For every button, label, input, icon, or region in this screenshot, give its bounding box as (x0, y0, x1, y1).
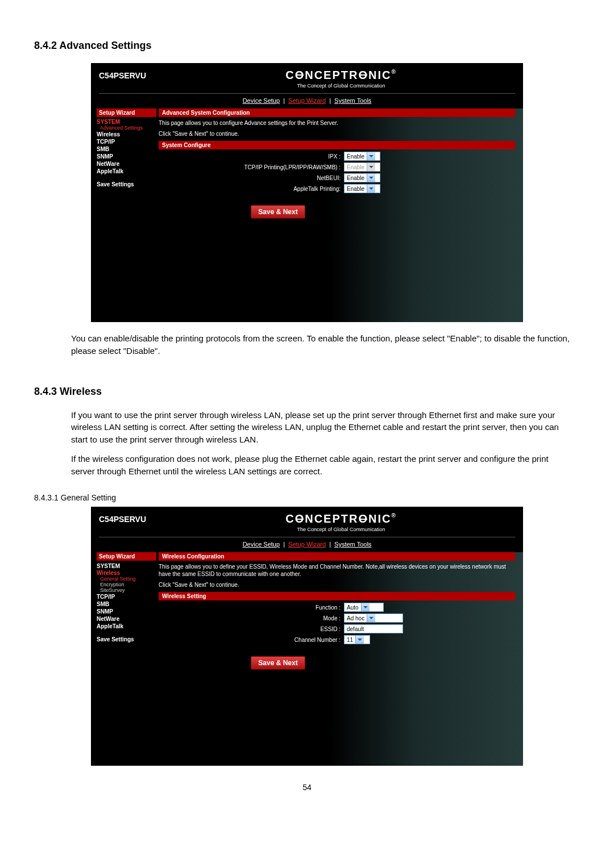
shot-header: C54PSERVU CONCEPTRONIC® The Concept of G… (91, 63, 523, 90)
shot-body: Setup Wizard SYSTEM Advanced Settings Wi… (91, 108, 523, 322)
sidebar-item-tcpip[interactable]: TCP/IP (97, 138, 156, 145)
label-tcpip-print: TCP/IP Printing(LPR/IPP/RAW/SMB) : (159, 164, 344, 170)
paragraph-advanced: You can enable/disable the printing prot… (34, 332, 580, 357)
sidebar-item-appletalk[interactable]: AppleTalk (97, 168, 156, 175)
tab-setup-wizard[interactable]: Setup Wizard (288, 97, 326, 104)
section-title-advanced: 8.4.2 Advanced Settings (34, 40, 580, 52)
row-channel: Channel Number : 11 (159, 635, 515, 644)
sidebar-sub-advanced[interactable]: Advanced Settings (97, 125, 156, 131)
paragraph-wireless-2: If the wireless configuration does not w… (34, 453, 580, 478)
panel-desc: This page allows you to define your ESSI… (159, 563, 515, 578)
button-row: Save & Next (159, 646, 397, 670)
sidebar-item-snmp[interactable]: SNMP (97, 153, 156, 160)
sidebar-sub-general[interactable]: General Setting (97, 576, 156, 582)
screenshot-wireless: C54PSERVU CONCEPTRONIC® The Concept of G… (91, 507, 523, 766)
panel-subtitle-bar: System Configure (159, 141, 515, 149)
chevron-down-icon (367, 152, 375, 160)
label-function: Function : (159, 604, 344, 611)
panel-subtitle-bar: Wireless Setting (159, 592, 515, 600)
sidebar-item-appletalk[interactable]: AppleTalk (97, 623, 156, 630)
page-number: 54 (34, 783, 580, 792)
select-ipx[interactable]: Enable (344, 152, 380, 161)
product-name: C54PSERVU (99, 512, 167, 524)
select-function[interactable]: Auto (344, 603, 384, 612)
tab-system-tools[interactable]: System Tools (334, 541, 371, 548)
sidebar-item-system[interactable]: SYSTEM (97, 119, 156, 125)
sidebar: Setup Wizard SYSTEM Advanced Settings Wi… (91, 108, 159, 313)
sidebar-item-wireless[interactable]: Wireless (97, 131, 156, 138)
label-essid: ESSID : (159, 626, 344, 632)
row-essid: ESSID : default (159, 624, 515, 633)
select-mode[interactable]: Ad hoc (344, 614, 403, 623)
tab-device-setup[interactable]: Device Setup (243, 541, 280, 548)
section-title-general-setting: 8.4.3.1 General Setting (34, 493, 580, 502)
sidebar-item-system[interactable]: SYSTEM (97, 562, 156, 570)
select-appletalk[interactable]: Enable (344, 184, 380, 193)
tab-sep: | (283, 541, 285, 548)
select-netbeui[interactable]: Enable (344, 173, 380, 182)
chevron-down-icon (355, 636, 364, 644)
brand-wrap: CONCEPTRONIC® The Concept of Global Comm… (167, 69, 515, 89)
row-mode: Mode : Ad hoc (159, 614, 515, 623)
nav-tabs: Device Setup | Setup Wizard | System Too… (91, 94, 523, 108)
panel-desc: This page allows you to configure Advanc… (159, 119, 515, 127)
sidebar-setup-wizard[interactable]: Setup Wizard (97, 552, 156, 561)
sidebar-item-snmp[interactable]: SNMP (97, 608, 156, 615)
tab-system-tools[interactable]: System Tools (334, 97, 371, 104)
save-next-button[interactable]: Save & Next (251, 205, 305, 219)
sidebar-item-smb[interactable]: SMB (97, 145, 156, 153)
select-tcpip-print: Enable (344, 162, 380, 172)
panel-title-bar: Wireless Configuration (159, 552, 515, 561)
row-appletalk: AppleTalk Printing: Enable (159, 184, 515, 193)
label-mode: Mode : (159, 615, 344, 621)
chevron-down-icon (367, 174, 375, 182)
paragraph-wireless-1: If you want to use the print server thro… (34, 409, 580, 446)
shot-body: Setup Wizard SYSTEM Wireless General Set… (91, 552, 523, 766)
label-appletalk: AppleTalk Printing: (159, 186, 344, 192)
row-netbeui: NetBEUI: Enable (159, 173, 515, 182)
label-ipx: IPX : (159, 153, 344, 160)
panel-desc: Click "Save & Next" to continue. (159, 130, 515, 137)
save-next-button[interactable]: Save & Next (251, 656, 305, 670)
tab-sep: | (283, 97, 285, 104)
document-page: 8.4.2 Advanced Settings C54PSERVU CONCEP… (0, 0, 614, 815)
row-function: Function : Auto (159, 603, 515, 612)
chevron-down-icon (361, 603, 370, 611)
brand-tagline: The Concept of Global Communication (167, 527, 515, 532)
label-netbeui: NetBEUI: (159, 175, 344, 181)
main-panel: Advanced System Configuration This page … (159, 108, 523, 313)
select-channel[interactable]: 11 (344, 635, 370, 644)
row-ipx: IPX : Enable (159, 152, 515, 161)
sidebar-item-wireless[interactable]: Wireless (97, 570, 156, 576)
sidebar-sub-encryption[interactable]: Encryption (97, 582, 156, 587)
tab-sep: | (329, 541, 331, 548)
input-essid[interactable]: default (344, 624, 403, 633)
chevron-down-icon (367, 185, 375, 193)
screenshot-advanced: C54PSERVU CONCEPTRONIC® The Concept of G… (91, 63, 523, 322)
brand-wrap: CONCEPTRONIC® The Concept of Global Comm… (167, 512, 515, 532)
tab-sep: | (329, 97, 331, 104)
sidebar-item-save[interactable]: Save Settings (97, 636, 156, 643)
brand-tagline: The Concept of Global Communication (167, 83, 515, 89)
sidebar-item-tcpip[interactable]: TCP/IP (97, 593, 156, 600)
sidebar-item-save[interactable]: Save Settings (97, 181, 156, 188)
panel-desc: Click "Save & Next" to continue. (159, 581, 515, 589)
tab-device-setup[interactable]: Device Setup (243, 97, 280, 104)
sidebar-item-smb[interactable]: SMB (97, 600, 156, 608)
chevron-down-icon (367, 614, 375, 622)
sidebar-item-netware[interactable]: NetWare (97, 615, 156, 623)
sidebar: Setup Wizard SYSTEM Wireless General Set… (91, 552, 159, 757)
main-panel: Wireless Configuration This page allows … (159, 552, 523, 757)
sidebar-sub-sitesurvey[interactable]: SiteSurvey (97, 587, 156, 593)
tab-setup-wizard[interactable]: Setup Wizard (288, 541, 326, 548)
label-channel: Channel Number : (159, 637, 344, 643)
chevron-down-icon (367, 163, 375, 171)
row-tcpip-print: TCP/IP Printing(LPR/IPP/RAW/SMB) : Enabl… (159, 162, 515, 172)
nav-tabs: Device Setup | Setup Wizard | System Too… (91, 537, 523, 552)
brand-logo: CONCEPTRONIC® (167, 512, 515, 525)
section-title-wireless: 8.4.3 Wireless (34, 386, 580, 398)
panel-title-bar: Advanced System Configuration (159, 108, 515, 117)
button-row: Save & Next (159, 195, 397, 219)
sidebar-item-netware[interactable]: NetWare (97, 160, 156, 168)
sidebar-setup-wizard[interactable]: Setup Wizard (97, 108, 156, 117)
